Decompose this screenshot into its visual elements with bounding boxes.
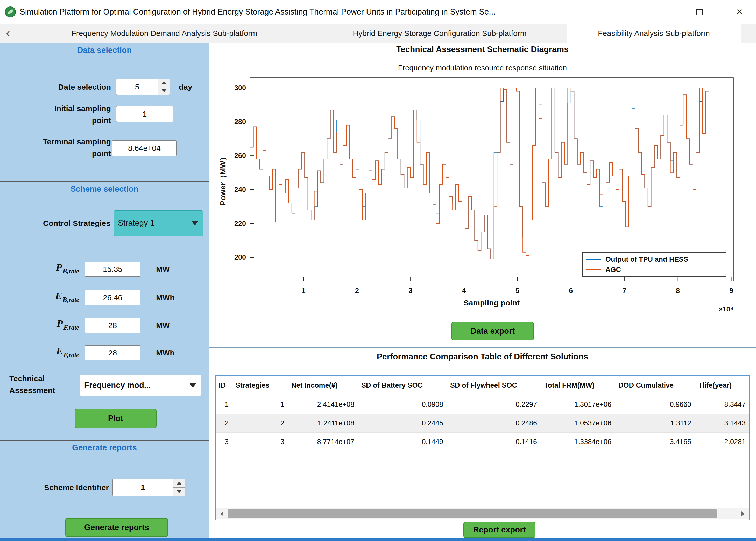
section-title-scheme-selection: Scheme selection xyxy=(0,185,209,194)
table-cell[interactable]: 2.0281 xyxy=(695,433,749,451)
scrollbar-right-button[interactable] xyxy=(737,508,749,519)
table-cell[interactable]: 8.3447 xyxy=(695,395,749,414)
table-row[interactable]: 338.7714e+070.14490.14161.3384e+063.4165… xyxy=(216,433,749,451)
column-header: SD of Battery SOC xyxy=(358,376,447,395)
scheme-identifier-spinner[interactable]: 1 xyxy=(113,479,185,496)
control-strategies-dropdown[interactable]: Strategy 1 xyxy=(114,211,203,236)
maximize-button[interactable] xyxy=(684,0,714,24)
table-cell[interactable]: 1 xyxy=(216,395,233,414)
legend-line-swatch xyxy=(586,259,601,260)
series-line-1 xyxy=(250,88,709,259)
y-tick-label: 260 xyxy=(234,152,246,160)
table-cell[interactable]: 0.2445 xyxy=(358,414,447,432)
report-export-button[interactable]: Report export xyxy=(463,522,535,538)
chevron-down-icon xyxy=(190,383,196,388)
tab-hybrid-energy-storage-config[interactable]: Hybrid Energy Storage Configuration Sub-… xyxy=(313,24,567,43)
pb-rate-input[interactable] xyxy=(85,262,141,277)
x-tick-label: 1 xyxy=(302,287,306,294)
table-cell[interactable]: 3.4165 xyxy=(615,433,695,451)
y-axis-label: Power（MW） xyxy=(219,153,227,206)
date-spinner-value[interactable]: 5 xyxy=(116,79,158,95)
ef-rate-input[interactable] xyxy=(85,345,141,360)
column-header: SD of Flywheel SOC xyxy=(447,376,541,395)
table-cell[interactable]: 1 xyxy=(233,395,288,414)
data-export-button[interactable]: Data export xyxy=(451,322,534,340)
plot-button[interactable]: Plot xyxy=(75,409,157,428)
x-tick-label: 4 xyxy=(462,287,466,294)
tab-frequency-modulation-demand[interactable]: Frequency Modulation Demand Analysis Sub… xyxy=(16,24,313,43)
date-selection-label: Date selection xyxy=(5,79,111,95)
table-cell[interactable]: 1.3017e+06 xyxy=(541,395,615,414)
close-button[interactable]: ✕ xyxy=(723,0,756,24)
close-icon: ✕ xyxy=(736,7,743,17)
scheme-identifier-value[interactable]: 1 xyxy=(113,479,173,496)
frequency-response-chart: Power（MW） Sampling point ×10⁴ 2002202402… xyxy=(209,75,756,316)
technical-assessment-dropdown[interactable]: Frequency mod... xyxy=(80,375,201,396)
x-tick-label: 3 xyxy=(408,287,412,294)
table-cell[interactable]: 0.0908 xyxy=(358,395,447,414)
minimize-icon xyxy=(659,12,667,12)
performance-table: IDStrategiesNet Income(¥)SD of Battery S… xyxy=(215,375,750,520)
scrollbar-left-button[interactable] xyxy=(216,508,228,519)
scrollbar-thumb[interactable] xyxy=(228,509,717,518)
arrow-left-icon xyxy=(220,511,224,516)
date-spinner[interactable]: 5 xyxy=(116,79,170,95)
table-cell[interactable]: 0.1416 xyxy=(447,433,541,451)
legend-line-swatch xyxy=(586,270,601,270)
table-cell[interactable]: 3 xyxy=(216,433,233,451)
series-line-0 xyxy=(250,88,709,259)
dropdown-value: Frequency mod... xyxy=(80,381,190,390)
divider-line xyxy=(0,199,209,199)
x-tick-label: 2 xyxy=(355,287,359,294)
tab-feasibility-analysis[interactable]: Feasibility Analysis Sub-platform xyxy=(567,24,741,43)
table-cell[interactable]: 2.4141e+08 xyxy=(288,395,358,414)
x-tick-label: 5 xyxy=(515,287,519,294)
tab-label: Hybrid Energy Storage Configuration Sub-… xyxy=(353,29,526,38)
button-label: Plot xyxy=(108,414,123,423)
scheme-spinner-up-button[interactable] xyxy=(173,479,185,487)
date-spinner-up-button[interactable] xyxy=(158,79,170,87)
arrow-down-icon xyxy=(177,490,181,493)
terminal-sampling-input[interactable] xyxy=(112,141,177,156)
table-cell[interactable]: 1.2411e+08 xyxy=(288,414,358,432)
scheme-spinner-down-button[interactable] xyxy=(173,487,185,496)
table-title: Performance Comparison Table of Differen… xyxy=(209,352,756,361)
divider-line xyxy=(0,60,209,60)
table-cell[interactable]: 3 xyxy=(233,433,288,451)
x-tick-label: 7 xyxy=(622,287,626,294)
tab-scroll-left-button[interactable]: ‹ xyxy=(0,24,16,43)
panel-divider xyxy=(209,347,756,348)
table-cell[interactable]: 1.3112 xyxy=(615,414,695,432)
arrow-down-icon xyxy=(162,89,166,92)
legend-entry: Output of TPU and HESS xyxy=(583,254,726,265)
ef-rate-unit: MWh xyxy=(156,345,192,360)
table-cell[interactable]: 2 xyxy=(216,414,233,432)
eb-rate-input[interactable] xyxy=(85,290,141,305)
x-axis-exponent: ×10⁴ xyxy=(719,305,733,313)
table-cell[interactable]: 0.2486 xyxy=(447,414,541,432)
minimize-button[interactable] xyxy=(648,0,678,24)
table-row[interactable]: 112.4141e+080.09080.22971.3017e+060.9660… xyxy=(216,395,749,414)
date-spinner-down-button[interactable] xyxy=(158,87,170,95)
table-cell[interactable]: 1.0537e+06 xyxy=(541,414,615,432)
generate-reports-button[interactable]: Generate reports xyxy=(65,518,168,537)
chart-legend: Output of TPU and HESSAGC xyxy=(582,253,726,277)
chart-title: Frequency modulation resource response s… xyxy=(209,64,756,72)
maximize-icon xyxy=(696,9,703,15)
table-cell[interactable]: 2 xyxy=(233,414,288,432)
horizontal-scrollbar[interactable] xyxy=(216,508,749,519)
table-cell[interactable]: 0.9660 xyxy=(615,395,695,414)
table-cell[interactable]: 1.3384e+06 xyxy=(541,433,615,451)
table-cell[interactable]: 8.7714e+07 xyxy=(288,433,358,451)
initial-sampling-label: Initial sampling point xyxy=(36,103,111,127)
initial-sampling-input[interactable] xyxy=(116,106,173,122)
pf-rate-input[interactable] xyxy=(85,318,141,333)
section-title-data-selection: Data selection xyxy=(0,46,209,55)
window-title: Simulation Platform for Optimal Configur… xyxy=(20,0,495,24)
table-row[interactable]: 221.2411e+080.24450.24861.0537e+061.3112… xyxy=(216,414,749,433)
divider-line xyxy=(0,440,209,441)
table-cell[interactable]: 3.1443 xyxy=(695,414,749,432)
table-cell[interactable]: 0.2297 xyxy=(447,395,541,414)
table-cell[interactable]: 0.1449 xyxy=(358,433,447,451)
eb-rate-label: EB,rate xyxy=(16,290,79,303)
